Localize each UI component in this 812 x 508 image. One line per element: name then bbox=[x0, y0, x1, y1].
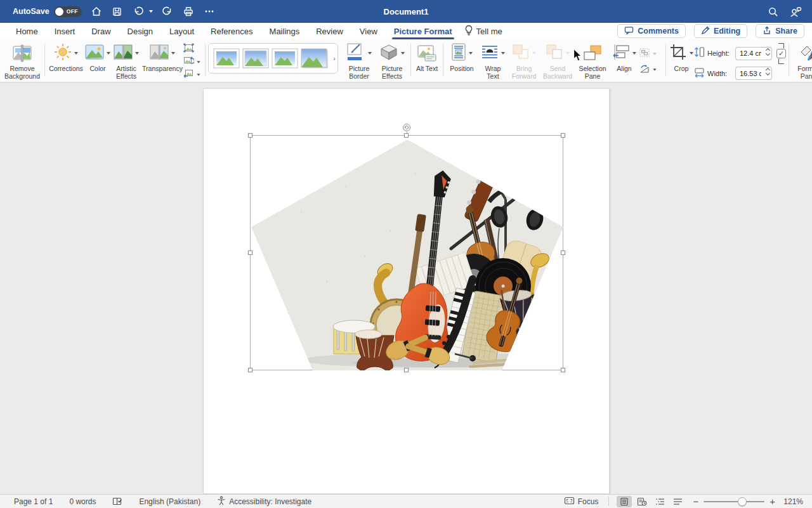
corrections-button[interactable]: Corrections bbox=[48, 41, 84, 82]
remove-background-button[interactable]: Remove Background bbox=[3, 41, 42, 82]
gallery-more-arrow[interactable]: › bbox=[333, 55, 336, 62]
focus-label: Focus bbox=[578, 497, 599, 506]
transparency-button[interactable]: Transparency bbox=[141, 41, 183, 82]
wrap-text-button[interactable]: Wrap Text bbox=[478, 41, 508, 82]
aspect-corner-top bbox=[778, 43, 784, 48]
tab-view[interactable]: View bbox=[351, 23, 386, 39]
zoom-out-button[interactable]: − bbox=[693, 496, 698, 507]
format-pane-label: Format Pane bbox=[794, 65, 812, 80]
autosave-state: OFF bbox=[67, 8, 78, 15]
change-picture-icon bbox=[183, 56, 194, 68]
aspect-corner-bottom bbox=[778, 59, 784, 64]
tab-references[interactable]: References bbox=[202, 23, 261, 39]
selection-handle-nw[interactable] bbox=[248, 133, 252, 138]
picture-styles-gallery[interactable]: › bbox=[208, 43, 338, 74]
alt-text-button[interactable]: Alt Text bbox=[414, 41, 440, 82]
selection-pane-button[interactable]: Selection Pane bbox=[575, 41, 610, 82]
feedback-icon[interactable] bbox=[789, 5, 802, 18]
ribbon: Remove Background Corrections Color Arti… bbox=[0, 39, 812, 82]
artistic-effects-button[interactable]: Artistic Effects bbox=[111, 41, 141, 82]
reset-picture-button[interactable] bbox=[183, 69, 202, 80]
color-button[interactable]: Color bbox=[84, 41, 111, 82]
picture-style-3 bbox=[272, 49, 298, 68]
compress-picture-icon bbox=[183, 43, 194, 55]
word-count[interactable]: 0 words bbox=[69, 497, 96, 506]
save-icon[interactable] bbox=[111, 5, 124, 18]
format-pane-button[interactable]: Format Pane bbox=[792, 41, 812, 82]
outline-view-button[interactable] bbox=[652, 496, 667, 507]
position-button[interactable]: Position bbox=[446, 41, 478, 82]
zoom-slider-knob[interactable] bbox=[738, 497, 747, 506]
editing-label: Editing bbox=[714, 27, 740, 36]
focus-button[interactable]: Focus bbox=[564, 497, 599, 507]
tab-home[interactable]: Home bbox=[8, 23, 46, 39]
width-label: Width: bbox=[707, 70, 733, 77]
home-icon[interactable] bbox=[90, 5, 103, 18]
language-indicator[interactable]: English (Pakistan) bbox=[139, 497, 200, 506]
height-icon bbox=[694, 46, 705, 60]
search-icon[interactable] bbox=[766, 5, 779, 18]
selection-handle-n[interactable] bbox=[404, 133, 409, 138]
bring-forward-button: Bring Forward bbox=[508, 41, 540, 82]
undo-icon[interactable] bbox=[132, 5, 145, 18]
send-backward-label: Send Backward bbox=[540, 65, 575, 80]
autosave-label: AutoSave bbox=[13, 7, 49, 16]
selection-handle-w[interactable] bbox=[248, 251, 252, 255]
crop-button[interactable]: Crop bbox=[669, 41, 694, 82]
selection-handle-e[interactable] bbox=[561, 251, 565, 255]
tab-insert[interactable]: Insert bbox=[46, 23, 84, 39]
focus-icon bbox=[564, 497, 575, 507]
picture-border-button[interactable]: Picture Border bbox=[342, 41, 376, 82]
draft-view-button[interactable] bbox=[670, 496, 685, 507]
align-button[interactable]: Align bbox=[610, 41, 639, 82]
rotate-button[interactable] bbox=[639, 65, 663, 75]
selection-handle-s[interactable] bbox=[404, 368, 409, 372]
web-layout-view-button[interactable] bbox=[634, 496, 650, 507]
group-icon bbox=[639, 48, 650, 60]
selection-pane-icon bbox=[583, 42, 602, 63]
picture-effects-button[interactable]: Picture Effects bbox=[376, 41, 408, 82]
picture-border-label: Picture Border bbox=[344, 65, 374, 80]
selection-handle-ne[interactable] bbox=[561, 133, 565, 138]
selection-handle-se[interactable] bbox=[561, 368, 565, 372]
lock-aspect-checkbox[interactable]: ✓ bbox=[776, 49, 786, 58]
tab-design[interactable]: Design bbox=[119, 23, 161, 39]
lightbulb-icon bbox=[464, 25, 473, 37]
autosave-toggle[interactable]: AutoSave OFF bbox=[13, 6, 82, 17]
compress-picture-button[interactable] bbox=[183, 44, 202, 55]
height-stepper[interactable] bbox=[766, 49, 769, 55]
position-label: Position bbox=[450, 65, 473, 72]
pentagon-picture[interactable] bbox=[251, 136, 564, 371]
tell-me[interactable]: Tell me bbox=[464, 25, 502, 37]
zoom-in-button[interactable]: + bbox=[769, 496, 775, 507]
tab-layout[interactable]: Layout bbox=[161, 23, 202, 39]
print-layout-view-button[interactable] bbox=[617, 496, 632, 507]
width-stepper[interactable] bbox=[766, 68, 769, 75]
rotation-handle[interactable] bbox=[403, 124, 410, 131]
tab-picture-format[interactable]: Picture Format bbox=[386, 23, 461, 39]
selection-handle-sw[interactable] bbox=[248, 368, 252, 372]
picture-selection[interactable] bbox=[250, 135, 563, 370]
picture-effects-label: Picture Effects bbox=[377, 65, 407, 80]
zoom-percentage[interactable]: 121% bbox=[780, 497, 803, 506]
comments-button[interactable]: Comments bbox=[617, 24, 686, 38]
picture-style-1 bbox=[214, 49, 239, 68]
share-button[interactable]: Share bbox=[756, 24, 804, 38]
print-icon[interactable] bbox=[182, 5, 195, 18]
tab-review[interactable]: Review bbox=[308, 23, 351, 39]
more-icon[interactable] bbox=[203, 5, 216, 18]
undo-menu-chevron[interactable] bbox=[149, 10, 153, 13]
change-picture-button[interactable] bbox=[183, 56, 202, 67]
remove-background-icon bbox=[12, 42, 32, 63]
page-indicator[interactable]: Page 1 of 1 bbox=[14, 497, 53, 506]
proofing-icon[interactable] bbox=[112, 497, 122, 506]
tab-mailings[interactable]: Mailings bbox=[261, 23, 308, 39]
ribbon-tabs: Home Insert Draw Design Layout Reference… bbox=[0, 23, 812, 39]
document-page[interactable] bbox=[203, 88, 610, 494]
redo-icon[interactable] bbox=[161, 5, 174, 18]
send-backward-button: Send Backward bbox=[540, 41, 575, 82]
zoom-slider[interactable] bbox=[704, 497, 764, 506]
editing-button[interactable]: Editing bbox=[694, 24, 747, 38]
accessibility-status[interactable]: Accessibility: Investigate bbox=[217, 496, 311, 507]
tab-draw[interactable]: Draw bbox=[83, 23, 119, 39]
